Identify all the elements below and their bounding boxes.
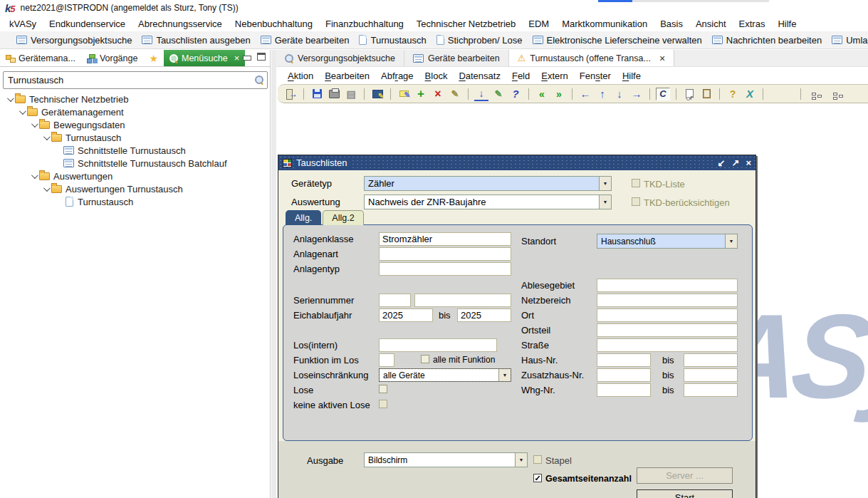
chevron-down-icon[interactable]: ▼ bbox=[599, 177, 611, 190]
dialog-titlebar[interactable]: Tauschlisten ↙ ↗ × bbox=[278, 155, 755, 170]
los-intern-input[interactable] bbox=[379, 338, 497, 352]
panel-maximize-icon[interactable] bbox=[257, 53, 266, 61]
tab-menuesuche[interactable]: Menüsuche× bbox=[164, 50, 245, 66]
tab-favoriten[interactable]: ★ bbox=[143, 50, 164, 66]
panel-minimize-icon[interactable] bbox=[243, 56, 251, 61]
quick-stichproben-lose-button[interactable]: Stichproben/ Lose bbox=[432, 33, 528, 47]
menu-nebenbuchhaltung[interactable]: Nebenbuchhaltung bbox=[229, 17, 319, 31]
keine-aktiven-lose-checkbox[interactable] bbox=[379, 400, 387, 408]
menu-edm[interactable]: EDM bbox=[522, 17, 555, 31]
lose-checkbox[interactable] bbox=[379, 385, 387, 393]
ablesegebiet-input[interactable] bbox=[597, 279, 738, 292]
gesamtseitenanzahl-checkbox[interactable] bbox=[533, 474, 542, 482]
delete-record-icon[interactable]: × bbox=[431, 87, 445, 101]
close-tab-icon[interactable]: × bbox=[659, 53, 665, 64]
chevron-down-icon[interactable] bbox=[41, 187, 51, 192]
forms-menu-block[interactable]: Block bbox=[419, 69, 454, 83]
ort-input[interactable] bbox=[597, 308, 738, 322]
zusatzhaus-nr-bis-input[interactable] bbox=[684, 368, 738, 382]
quick-versorgungsobjektsuche-button[interactable]: Versorgungsobjektsuche bbox=[11, 33, 137, 47]
edit-icon[interactable]: ✎ bbox=[491, 87, 506, 101]
tree-item-turnustausch-folder[interactable]: Turnustausch bbox=[0, 131, 269, 144]
quick-nachrichten-bearbeiten-button[interactable]: Nachrichten bearbeiten bbox=[707, 33, 827, 47]
exit-icon[interactable] bbox=[283, 87, 298, 101]
netzbereich-input[interactable] bbox=[597, 294, 738, 307]
chevron-down-icon[interactable]: ▼ bbox=[599, 195, 611, 209]
chevron-down-icon[interactable] bbox=[16, 110, 26, 115]
report-icon[interactable] bbox=[682, 87, 696, 101]
chevron-down-icon[interactable] bbox=[28, 174, 38, 179]
import-icon[interactable]: ↓ bbox=[474, 87, 488, 101]
tkd-liste-checkbox[interactable] bbox=[632, 179, 640, 187]
block-back-icon[interactable] bbox=[828, 87, 842, 101]
forms-menu-bearbeiten[interactable]: Bearbeiten bbox=[319, 69, 375, 83]
chevron-down-icon[interactable] bbox=[4, 97, 14, 102]
anlagentyp-input[interactable] bbox=[379, 262, 511, 276]
whg-nr-von-input[interactable] bbox=[597, 383, 651, 397]
search-icon[interactable] bbox=[255, 76, 263, 84]
enter-query-icon[interactable] bbox=[397, 87, 411, 101]
ausgabe-combo[interactable]: Bildschirm▼ bbox=[364, 452, 528, 467]
tree-item-bewegungsdaten[interactable]: Bewegungsdaten bbox=[0, 118, 269, 131]
menu-extras[interactable]: Extras bbox=[733, 17, 772, 31]
anlagenart-input[interactable] bbox=[379, 247, 511, 261]
quick-geraete-bearbeiten-button[interactable]: Geräte bearbeiten bbox=[256, 33, 355, 47]
tree-item-schnittstelle-turnustausch[interactable]: Schnittstelle Turnustausch bbox=[0, 144, 269, 157]
menu-kvasy[interactable]: kVASy bbox=[3, 17, 43, 31]
chevron-down-icon[interactable]: ▼ bbox=[725, 234, 737, 248]
tkd-beruecksichtigen-checkbox[interactable] bbox=[632, 197, 640, 206]
forms-menu-datensatz[interactable]: Datensatz bbox=[453, 69, 506, 83]
chevron-down-icon[interactable] bbox=[28, 123, 38, 128]
menu-technischer-netzbetrieb[interactable]: Technischer Netzbetrieb bbox=[410, 17, 522, 31]
eichablaufjahr-von-input[interactable] bbox=[379, 308, 433, 322]
forms-menu-aktion[interactable]: Aktion bbox=[282, 69, 319, 83]
query-form-icon[interactable] bbox=[370, 87, 385, 101]
panel-splitter[interactable] bbox=[271, 50, 276, 498]
list-icon[interactable]: ▤ bbox=[344, 87, 358, 101]
menu-abrechnungsservice[interactable]: Abrechnungsservice bbox=[132, 17, 229, 31]
worktab-versorgungsobjektsuche[interactable]: Versorgungsobjektsuche bbox=[276, 50, 404, 66]
tree-item-turnustausch-leaf[interactable]: Turnustausch bbox=[0, 195, 269, 208]
excel-export-icon[interactable]: X bbox=[743, 87, 757, 101]
block-forward-icon[interactable] bbox=[807, 87, 821, 101]
menu-hilfe[interactable]: Hilfe bbox=[771, 17, 802, 31]
whg-nr-bis-input[interactable] bbox=[684, 383, 738, 397]
help-icon[interactable]: ? bbox=[508, 87, 523, 101]
navigate-left-icon[interactable]: ← bbox=[578, 87, 592, 101]
clipboard-icon[interactable] bbox=[699, 87, 713, 101]
funktion-im-los-input[interactable] bbox=[379, 353, 394, 367]
sql-query-icon[interactable]: ? bbox=[726, 87, 740, 101]
auswertung-combo[interactable]: Nachweis der ZNR-Baujahre▼ bbox=[364, 194, 612, 209]
geraetetyp-combo[interactable]: Zähler▼ bbox=[364, 176, 612, 191]
server-button[interactable]: Server ... bbox=[637, 467, 733, 484]
menu-finanzbuchhaltung[interactable]: Finanzbuchhaltung bbox=[319, 17, 410, 31]
alle-mit-funktion-checkbox[interactable] bbox=[421, 355, 429, 363]
dialog-maximize-icon[interactable]: ↗ bbox=[732, 158, 740, 167]
forms-menu-abfrage[interactable]: Abfrage bbox=[375, 69, 419, 83]
kvasy-window-icon[interactable]: C bbox=[656, 87, 670, 101]
quick-umlagerung-button[interactable]: Umlagerung bbox=[827, 33, 868, 47]
worktab-turnustausch[interactable]: ⚠Turnustausch (offene Transa...× bbox=[509, 50, 674, 66]
chevron-down-icon[interactable] bbox=[41, 135, 51, 140]
print-icon[interactable] bbox=[327, 87, 341, 101]
menu-endkundenservice[interactable]: Endkundenservice bbox=[43, 17, 132, 31]
menu-basis[interactable]: Basis bbox=[654, 17, 689, 31]
haus-nr-bis-input[interactable] bbox=[684, 353, 738, 367]
insert-record-icon[interactable]: + bbox=[414, 87, 428, 101]
tree-item-geraetemanagement[interactable]: Gerätemanagement bbox=[0, 105, 269, 118]
forms-menu-feld[interactable]: Feld bbox=[506, 69, 535, 83]
ortsteil-input[interactable] bbox=[597, 323, 738, 337]
start-button[interactable]: Start bbox=[637, 489, 733, 498]
tree-item-auswertungen-turnustausch[interactable]: Auswertungen Turnustausch bbox=[0, 182, 269, 195]
worktab-geraete-bearbeiten[interactable]: Geräte bearbeiten bbox=[404, 50, 509, 66]
eichablaufjahr-bis-input[interactable] bbox=[457, 308, 511, 322]
quick-turnustausch-button[interactable]: Turnustausch bbox=[354, 33, 431, 47]
navigate-down-icon[interactable]: ↓ bbox=[612, 87, 627, 101]
haus-nr-von-input[interactable] bbox=[597, 353, 651, 367]
standort-combo[interactable]: Hausanschluß▼ bbox=[597, 234, 738, 249]
anlagenklasse-input[interactable] bbox=[379, 232, 511, 246]
menu-marktkommunikation[interactable]: Marktkommunikation bbox=[555, 17, 654, 31]
forms-menu-hilfe[interactable]: Hilfe bbox=[617, 69, 647, 83]
tab-vorgaenge[interactable]: Vorgänge bbox=[81, 50, 144, 66]
strasse-input[interactable] bbox=[597, 338, 738, 352]
